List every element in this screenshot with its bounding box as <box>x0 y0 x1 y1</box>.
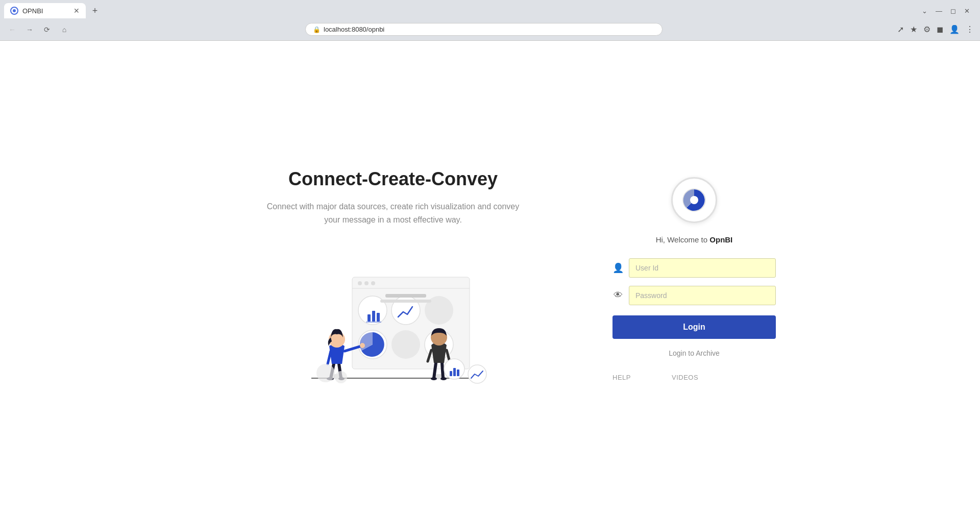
help-link[interactable]: HELP <box>612 374 631 381</box>
maximize-button[interactable]: ◻ <box>950 7 956 15</box>
login-form: 👤 👁 Login Login to Archive HELP VIDEOS <box>612 258 776 381</box>
svg-rect-41 <box>450 371 452 376</box>
svg-point-30 <box>316 364 335 382</box>
new-tab-button[interactable]: + <box>88 4 102 18</box>
person-icon: 👤 <box>612 262 624 274</box>
bookmark-icon[interactable]: ★ <box>910 24 917 34</box>
svg-point-31 <box>335 371 347 383</box>
illustration-svg <box>286 247 500 389</box>
eye-icon[interactable]: 👁 <box>612 290 624 301</box>
logo-circle <box>671 177 717 223</box>
svg-point-4 <box>371 281 375 285</box>
svg-rect-8 <box>372 311 375 322</box>
lock-icon: 🔒 <box>313 26 321 33</box>
login-to-archive-link[interactable]: Login to Archive <box>612 349 776 357</box>
window-controls: ⌄ — ◻ ✕ <box>922 7 976 15</box>
tab-bar: OPNBI ✕ + ⌄ — ◻ ✕ <box>0 0 980 18</box>
tab-title: OPNBI <box>22 7 43 15</box>
home-button[interactable]: ⌂ <box>58 23 70 36</box>
profile-icon[interactable]: 👤 <box>949 24 960 34</box>
active-tab[interactable]: OPNBI ✕ <box>4 3 86 18</box>
split-view-icon[interactable]: ◼ <box>937 24 943 34</box>
welcome-text: Hi, Welcome to OpnBI <box>656 235 733 244</box>
svg-rect-42 <box>453 368 456 376</box>
svg-line-34 <box>442 363 443 378</box>
minimize-button[interactable]: — <box>936 7 942 15</box>
tab-close-button[interactable]: ✕ <box>74 7 80 15</box>
svg-point-35 <box>431 377 437 380</box>
page-content: Connect-Create-Convey Connect with major… <box>0 41 980 517</box>
back-button[interactable]: ← <box>6 23 18 36</box>
svg-point-36 <box>440 377 447 380</box>
svg-point-3 <box>364 281 369 285</box>
url-text: localhost:8080/opnbi <box>324 26 384 33</box>
page-headline: Connect-Create-Convey <box>288 168 498 190</box>
videos-link[interactable]: VIDEOS <box>672 374 698 381</box>
svg-rect-19 <box>385 294 426 298</box>
browser-chrome: OPNBI ✕ + ⌄ — ◻ ✕ ← → ⟳ ⌂ 🔒 localhost:80… <box>0 0 980 41</box>
svg-rect-9 <box>377 313 380 322</box>
tab-favicon <box>10 7 18 15</box>
reload-button[interactable]: ⟳ <box>41 23 53 36</box>
footer-links: HELP VIDEOS <box>612 374 776 381</box>
address-bar: ← → ⟳ ⌂ 🔒 localhost:8080/opnbi ➚ ★ ⚙ ◼ 👤… <box>0 18 980 41</box>
password-row: 👁 <box>612 286 776 305</box>
page-subtext: Connect with major data sources, create … <box>267 200 519 226</box>
tab-list-icon[interactable]: ⌄ <box>922 7 927 15</box>
svg-rect-43 <box>457 370 459 376</box>
userid-row: 👤 <box>612 258 776 278</box>
extensions-icon[interactable]: ⚙ <box>923 24 930 34</box>
url-bar[interactable]: 🔒 localhost:8080/opnbi <box>305 23 663 36</box>
login-panel: Hi, Welcome to OpnBI 👤 👁 Login Login to … <box>597 157 791 402</box>
svg-rect-7 <box>368 314 371 322</box>
svg-point-2 <box>358 281 362 285</box>
share-icon[interactable]: ➚ <box>897 24 904 34</box>
address-right-icons: ➚ ★ ⚙ ◼ 👤 ⋮ <box>897 24 974 34</box>
menu-icon[interactable]: ⋮ <box>966 24 974 34</box>
forward-button[interactable]: → <box>23 23 36 36</box>
svg-point-44 <box>468 365 486 383</box>
svg-point-14 <box>391 330 420 359</box>
hero-illustration <box>286 247 500 389</box>
close-button[interactable]: ✕ <box>964 7 970 15</box>
svg-point-27 <box>360 343 365 348</box>
svg-line-29 <box>328 351 331 364</box>
password-input[interactable] <box>629 286 776 305</box>
svg-line-33 <box>434 363 436 378</box>
login-button[interactable]: Login <box>612 315 776 339</box>
svg-point-46 <box>690 196 698 204</box>
logo-svg <box>681 187 707 213</box>
left-section: Connect-Create-Convey Connect with major… <box>189 148 597 410</box>
userid-input[interactable] <box>629 258 776 278</box>
svg-rect-20 <box>380 300 431 303</box>
